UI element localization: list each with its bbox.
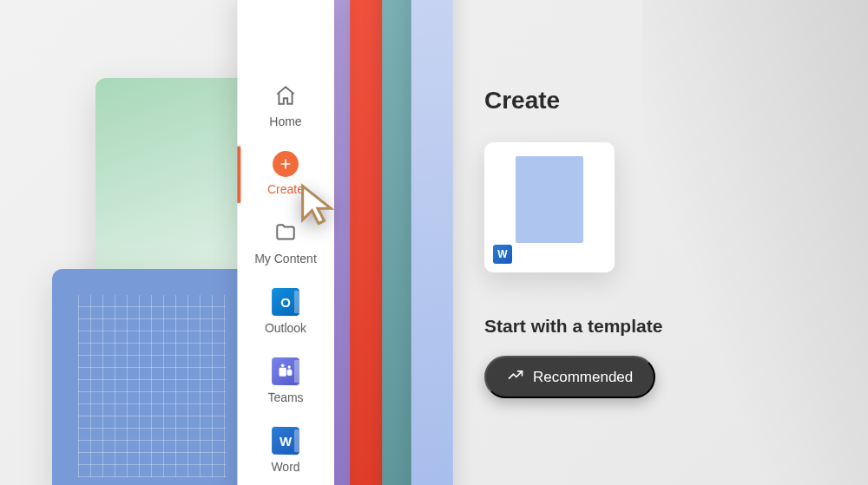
sidebar-item-teams[interactable]: Teams [237,347,334,417]
sidebar-item-label: Teams [267,390,303,404]
sidebar-item-label: Outlook [265,321,306,335]
sidebar-item-home[interactable]: Home [237,70,334,141]
svg-rect-0 [279,368,286,377]
svg-point-1 [281,364,285,367]
sidebar-item-word[interactable]: W Word [237,416,334,485]
sidebar-item-label: My Content [254,252,316,265]
outlook-app-icon: O [272,288,299,316]
svg-point-2 [287,365,290,368]
recommended-button-label: Recommended [533,369,633,386]
svg-rect-3 [287,370,293,377]
sidebar: Home Create My Content O Outlook [237,0,334,485]
trending-up-icon [507,366,524,388]
plus-icon [273,151,299,177]
sidebar-item-label: Home [269,115,301,128]
sidebar-item-outlook[interactable]: O Outlook [237,278,334,347]
template-section-heading: Start with a template [484,316,833,337]
page-title: Create [484,87,833,115]
teams-app-icon [272,357,299,385]
recommended-button[interactable]: Recommended [484,356,655,398]
new-document-card[interactable]: W [484,142,615,272]
home-icon [272,82,299,109]
main-content: Create W Start with a template Recommend… [484,87,833,398]
background-card-blue [52,269,252,485]
cursor-pointer-icon [295,182,340,231]
sidebar-item-label: Word [271,460,299,475]
document-thumbnail [516,156,583,243]
decorative-stripes [315,0,469,485]
word-app-icon: W [493,245,512,264]
word-app-icon: W [272,427,299,455]
